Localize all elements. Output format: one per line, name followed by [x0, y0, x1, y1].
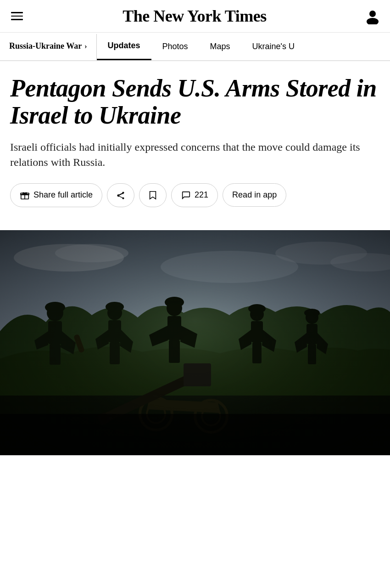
comment-icon	[181, 190, 191, 200]
hero-image	[0, 230, 390, 455]
section-link[interactable]: Russia-Ukraine War ›	[0, 34, 97, 59]
read-in-app-button[interactable]: Read in app	[223, 183, 286, 207]
comments-count: 221	[195, 190, 208, 200]
sub-navigation: Russia-Ukraine War › Updates Photos Maps…	[0, 33, 390, 61]
article: Pentagon Sends U.S. Arms Stored in Israe…	[0, 61, 390, 230]
article-headline: Pentagon Sends U.S. Arms Stored in Israe…	[10, 75, 380, 130]
share-icon	[116, 190, 126, 200]
share-full-article-label: Share full article	[33, 190, 93, 200]
bookmark-icon	[148, 190, 158, 200]
bookmark-button[interactable]	[139, 183, 167, 207]
comments-button[interactable]: 221	[171, 183, 218, 207]
hamburger-menu-button[interactable]	[9, 10, 25, 22]
subnav-tabs: Updates Photos Maps Ukraine's U	[97, 33, 390, 60]
tab-maps[interactable]: Maps	[199, 34, 241, 60]
site-header: The New York Times	[0, 0, 390, 33]
tab-updates[interactable]: Updates	[97, 33, 151, 60]
gift-icon	[20, 190, 30, 200]
section-link-text: Russia-Ukraine War	[9, 41, 82, 51]
svg-point-0	[369, 11, 376, 17]
share-button[interactable]	[107, 183, 134, 207]
user-account-button[interactable]	[364, 8, 381, 24]
tab-photos[interactable]: Photos	[151, 34, 199, 60]
share-full-article-button[interactable]: Share full article	[10, 183, 102, 207]
action-bar: Share full article 221 Read in app	[10, 183, 380, 207]
read-in-app-label: Read in app	[232, 190, 277, 200]
article-subheadline: Israeli officials had initially expresse…	[10, 140, 380, 170]
site-logo[interactable]: The New York Times	[25, 6, 364, 26]
svg-point-1	[367, 18, 379, 24]
svg-rect-42	[0, 230, 390, 455]
tab-ukraine[interactable]: Ukraine's U	[241, 34, 306, 60]
section-chevron-icon: ›	[84, 42, 87, 51]
